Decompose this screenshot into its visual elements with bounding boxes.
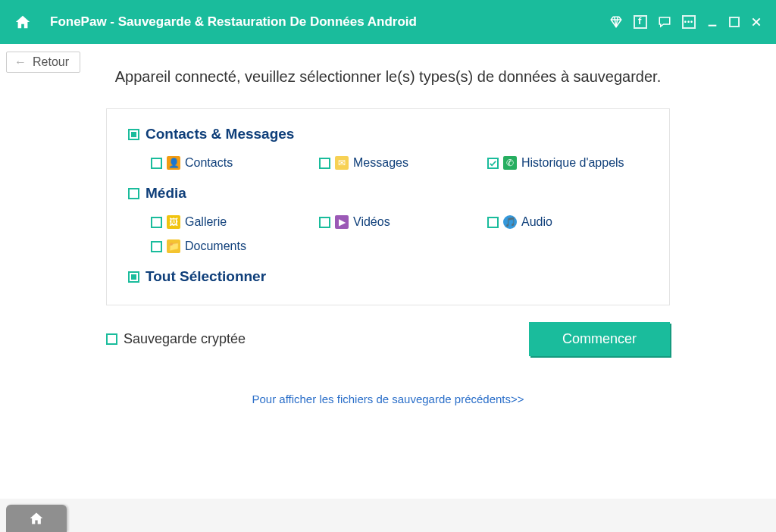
view-previous-backups-link[interactable]: Pour afficher les fichiers de sauvegarde… bbox=[252, 393, 524, 405]
item-audio[interactable]: 🎵 Audio bbox=[487, 215, 648, 229]
footer-row: Sauvegarde cryptée Commencer bbox=[106, 322, 670, 356]
items-media: 🖼 Gallerie ▶ Vidéos 🎵 Audio 📁 Documents bbox=[151, 215, 648, 253]
messages-icon: ✉ bbox=[335, 156, 349, 170]
category-media[interactable]: Média bbox=[128, 185, 648, 202]
feedback-icon[interactable] bbox=[658, 15, 671, 29]
checkbox-messages[interactable] bbox=[319, 158, 330, 169]
item-label: Gallerie bbox=[185, 215, 227, 229]
audio-icon: 🎵 bbox=[503, 215, 517, 229]
items-contacts-messages: 👤 Contacts ✉ Messages ✆ Historique d'app… bbox=[151, 156, 648, 170]
checkbox-encrypt[interactable] bbox=[106, 333, 117, 345]
close-button[interactable] bbox=[750, 16, 762, 28]
item-label: Audio bbox=[521, 215, 552, 229]
checkbox-category-contacts[interactable] bbox=[128, 129, 139, 140]
gallery-icon: 🖼 bbox=[167, 215, 180, 229]
item-label: Messages bbox=[353, 156, 408, 170]
minimize-button[interactable] bbox=[706, 16, 718, 28]
more-icon[interactable]: ••• bbox=[682, 15, 696, 29]
checkbox-videos[interactable] bbox=[319, 217, 330, 228]
home-icon bbox=[14, 14, 31, 30]
phone-icon: ✆ bbox=[503, 156, 517, 170]
encrypted-backup-toggle[interactable]: Sauvegarde cryptée bbox=[106, 331, 246, 347]
select-all-label: Tout Sélectionner bbox=[146, 268, 266, 285]
item-label: Documents bbox=[185, 239, 246, 253]
app-title: FonePaw - Sauvegarde & Restauration De D… bbox=[50, 14, 609, 30]
maximize-button[interactable] bbox=[729, 17, 740, 27]
checkbox-contacts[interactable] bbox=[151, 158, 162, 169]
category-label: Média bbox=[146, 185, 186, 202]
body: ← Retour Appareil connecté, veuillez sél… bbox=[0, 44, 776, 499]
start-button[interactable]: Commencer bbox=[529, 322, 670, 356]
back-label: Retour bbox=[33, 55, 69, 69]
folder-icon: 📁 bbox=[167, 239, 180, 253]
checkbox-gallery[interactable] bbox=[151, 217, 162, 228]
window-controls: f ••• bbox=[609, 15, 762, 29]
checkbox-category-media[interactable] bbox=[128, 188, 139, 199]
encrypt-label: Sauvegarde cryptée bbox=[124, 331, 246, 347]
item-videos[interactable]: ▶ Vidéos bbox=[319, 215, 480, 229]
home-button[interactable] bbox=[9, 8, 36, 36]
item-contacts[interactable]: 👤 Contacts bbox=[151, 156, 311, 170]
diamond-icon[interactable] bbox=[609, 15, 623, 29]
history-link-row: Pour afficher les fichiers de sauvegarde… bbox=[0, 393, 776, 406]
item-label: Contacts bbox=[185, 156, 233, 170]
selection-panel: Contacts & Messages 👤 Contacts ✉ Message… bbox=[106, 108, 670, 305]
category-label: Contacts & Messages bbox=[146, 126, 294, 142]
item-messages[interactable]: ✉ Messages bbox=[319, 156, 480, 170]
facebook-icon[interactable]: f bbox=[634, 15, 647, 29]
checkbox-audio[interactable] bbox=[487, 217, 499, 228]
video-icon: ▶ bbox=[335, 215, 349, 229]
home-icon bbox=[29, 511, 44, 526]
titlebar: FonePaw - Sauvegarde & Restauration De D… bbox=[0, 0, 776, 44]
category-select-all[interactable]: Tout Sélectionner bbox=[128, 268, 648, 285]
checkbox-select-all[interactable] bbox=[128, 271, 139, 283]
checkbox-documents[interactable] bbox=[151, 241, 162, 252]
contacts-icon: 👤 bbox=[167, 156, 180, 170]
bottom-home-tab[interactable] bbox=[6, 505, 67, 532]
back-button[interactable]: ← Retour bbox=[6, 52, 80, 73]
arrow-left-icon: ← bbox=[14, 55, 27, 69]
category-contacts-messages[interactable]: Contacts & Messages bbox=[128, 126, 648, 142]
item-documents[interactable]: 📁 Documents bbox=[151, 239, 311, 253]
item-label: Historique d'appels bbox=[521, 156, 624, 170]
item-gallery[interactable]: 🖼 Gallerie bbox=[151, 215, 311, 229]
item-label: Vidéos bbox=[353, 215, 390, 229]
checkbox-call-log[interactable] bbox=[487, 158, 499, 169]
item-call-log[interactable]: ✆ Historique d'appels bbox=[487, 156, 648, 170]
page-heading: Appareil connecté, veuillez sélectionner… bbox=[0, 44, 776, 86]
